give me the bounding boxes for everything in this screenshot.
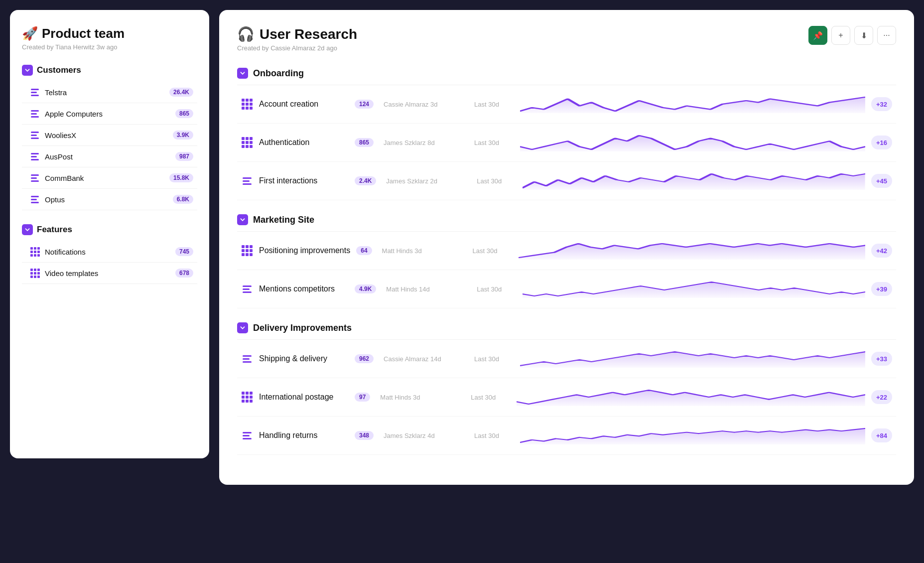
research-badge-authentication: 865 [355, 138, 374, 147]
research-item-returns[interactable]: Handling returns348James Szklarz 4dLast … [237, 417, 896, 455]
item-badge-apple: 865 [175, 109, 193, 118]
group-title-marketing-site: Marketing Site [253, 215, 314, 225]
research-badge-account-creation: 124 [355, 100, 374, 109]
research-chart-mentions [523, 278, 865, 300]
research-grid-icon [241, 137, 253, 148]
svg-marker-6 [517, 390, 865, 406]
list-item-telstra[interactable]: Telstra26.4K [22, 82, 197, 103]
research-name-mentions: Mentions competitors [259, 284, 349, 293]
left-panel-title: 🚀 Product team [22, 26, 197, 41]
svg-marker-4 [523, 282, 865, 298]
list-item-commbank[interactable]: CommBank15.8K [22, 167, 197, 189]
list-item-optus[interactable]: Optus6.8K [22, 189, 197, 210]
research-name-first-interactions: First interactions [259, 176, 349, 185]
item-name-apple: Apple Computers [45, 110, 170, 118]
add-button[interactable]: + [831, 26, 850, 45]
section-customers: CustomersTelstra26.4KApple Computers865W… [22, 65, 197, 210]
research-period-authentication: Last 30d [474, 139, 514, 146]
item-name-telstra: Telstra [45, 88, 164, 97]
list-item-woolies[interactable]: WooliesX3.9K [22, 125, 197, 146]
section-toggle-icon[interactable] [22, 224, 33, 235]
lines-icon [30, 194, 40, 204]
research-name-shipping: Shipping & delivery [259, 354, 349, 363]
research-author-returns: James Szklarz 4d [384, 432, 468, 439]
group-onboarding: OnboardingAccount creation124Cassie Alma… [237, 68, 896, 200]
lines-icon [30, 173, 40, 183]
more-button[interactable]: ··· [877, 26, 896, 45]
right-header-info: 🎧 User Research Created by Cassie Almara… [237, 26, 357, 52]
grid-icon [30, 247, 40, 257]
left-sections: CustomersTelstra26.4KApple Computers865W… [22, 65, 197, 284]
research-grid-icon [241, 98, 253, 110]
research-badge-shipping: 962 [355, 354, 374, 363]
research-delta-shipping: +33 [871, 352, 892, 366]
list-item-auspost[interactable]: AusPost987 [22, 146, 197, 167]
research-name-international: International postage [259, 393, 349, 402]
left-panel: 🚀 Product team Created by Tiana Herwitz … [10, 10, 209, 458]
research-period-international: Last 30d [471, 394, 511, 401]
research-author-account-creation: Cassie Almaraz 3d [384, 101, 468, 108]
research-chart-positioning [519, 240, 865, 262]
research-grid-icon [241, 391, 253, 403]
research-delta-authentication: +16 [871, 136, 892, 149]
svg-marker-5 [520, 352, 865, 368]
group-header-delivery-improvements[interactable]: Delivery Improvements [237, 322, 896, 340]
group-toggle-icon[interactable] [237, 214, 248, 225]
research-period-mentions: Last 30d [477, 285, 517, 293]
research-item-account-creation[interactable]: Account creation124Cassie Almaraz 3dLast… [237, 85, 896, 124]
group-toggle-icon[interactable] [237, 68, 248, 79]
pin-button[interactable]: 📌 [808, 26, 827, 45]
lines-icon [30, 151, 40, 161]
research-lines-icon [241, 283, 253, 295]
item-badge-telstra: 26.4K [169, 88, 193, 97]
toolbar: 📌 + ⬇ ··· [808, 26, 896, 45]
research-delta-mentions: +39 [871, 282, 892, 296]
research-period-account-creation: Last 30d [474, 101, 514, 108]
research-item-positioning[interactable]: Positioning improvements64Matt Hinds 3dL… [237, 232, 896, 270]
lines-icon [30, 109, 40, 119]
lines-icon [30, 130, 40, 140]
research-item-first-interactions[interactable]: First interactions2.4KJames Szklarz 2dLa… [237, 162, 896, 200]
item-badge-notifications: 745 [175, 247, 193, 256]
research-name-positioning: Positioning improvements [259, 246, 350, 255]
download-button[interactable]: ⬇ [854, 26, 873, 45]
item-badge-commbank: 15.8K [169, 173, 193, 182]
research-author-positioning: Matt Hinds 3d [382, 247, 467, 255]
group-header-marketing-site[interactable]: Marketing Site [237, 214, 896, 232]
list-item-videotemplates[interactable]: Video templates678 [22, 263, 197, 284]
research-item-mentions[interactable]: Mentions competitors4.9KMatt Hinds 14dLa… [237, 270, 896, 308]
item-name-commbank: CommBank [45, 174, 164, 182]
item-name-woolies: WooliesX [45, 131, 168, 140]
research-name-authentication: Authentication [259, 138, 349, 147]
research-badge-first-interactions: 2.4K [355, 176, 376, 185]
left-title-text: Product team [42, 26, 125, 41]
item-badge-optus: 6.8K [173, 195, 193, 204]
grid-icon [30, 268, 40, 278]
research-author-authentication: James Szklarz 8d [384, 139, 468, 146]
list-item-notifications[interactable]: Notifications745 [22, 241, 197, 263]
group-toggle-icon[interactable] [237, 322, 248, 333]
section-toggle-icon[interactable] [22, 65, 33, 76]
research-item-international[interactable]: International postage97Matt Hinds 3dLast… [237, 378, 896, 417]
list-item-apple[interactable]: Apple Computers865 [22, 103, 197, 125]
research-badge-returns: 348 [355, 431, 374, 440]
research-item-shipping[interactable]: Shipping & delivery962Cassie Almaraz 14d… [237, 340, 896, 378]
research-name-returns: Handling returns [259, 431, 349, 440]
group-marketing-site: Marketing SitePositioning improvements64… [237, 214, 896, 308]
section-header-features[interactable]: Features [22, 224, 197, 235]
group-title-delivery-improvements: Delivery Improvements [253, 323, 352, 333]
research-delta-international: +22 [871, 390, 892, 404]
left-panel-subtitle: Created by Tiana Herwitz 3w ago [22, 43, 197, 51]
research-chart-shipping [520, 348, 865, 370]
research-chart-authentication [520, 132, 865, 153]
research-author-international: Matt Hinds 3d [380, 394, 465, 401]
research-chart-first-interactions [523, 170, 865, 192]
section-header-customers[interactable]: Customers [22, 65, 197, 76]
group-header-onboarding[interactable]: Onboarding [237, 68, 896, 85]
research-lines-icon [241, 429, 253, 441]
item-name-notifications: Notifications [45, 248, 170, 256]
research-period-positioning: Last 30d [473, 247, 513, 255]
item-name-auspost: AusPost [45, 152, 170, 161]
research-lines-icon [241, 175, 253, 187]
research-item-authentication[interactable]: Authentication865James Szklarz 8dLast 30… [237, 124, 896, 162]
